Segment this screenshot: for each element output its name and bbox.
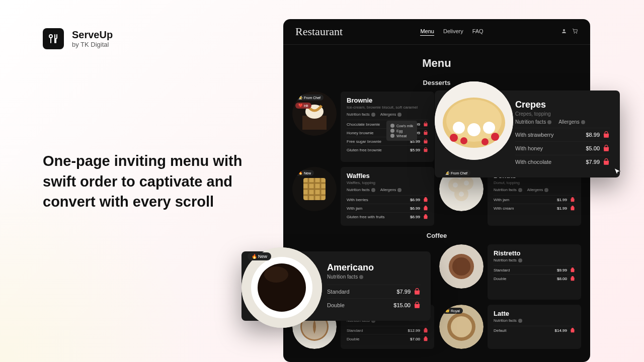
svg-point-24 bbox=[453, 122, 465, 134]
brownie-title: Brownie bbox=[347, 97, 428, 104]
svg-point-29 bbox=[491, 133, 499, 141]
svg-point-27 bbox=[450, 134, 458, 142]
info-icon bbox=[547, 120, 551, 124]
card-latte: 👑 Royal Latte Nutrition facts Default$14… bbox=[439, 305, 581, 349]
badge-new: 🔥 New bbox=[248, 252, 271, 260]
logo-area: ServeUp by TK Digital bbox=[43, 28, 113, 49]
hero-headline: One-page inviting menu with swift order … bbox=[43, 151, 259, 212]
bag-icon bbox=[423, 130, 428, 135]
crepes-image bbox=[435, 81, 513, 160]
opt-row[interactable]: Gluten free brownie$5.99 bbox=[347, 145, 428, 154]
svg-point-1 bbox=[563, 29, 565, 31]
badge-fromchef: 👨‍🍳 From Chef bbox=[295, 95, 324, 101]
app-name: ServeUp bbox=[72, 29, 113, 41]
svg-point-30 bbox=[481, 138, 489, 145]
cursor-icon bbox=[613, 167, 622, 176]
section-desserts: Desserts bbox=[283, 79, 590, 86]
svg-point-25 bbox=[467, 123, 480, 136]
bag-icon bbox=[414, 288, 421, 295]
opt-row[interactable]: Standard$7.99 bbox=[327, 285, 421, 298]
svg-point-28 bbox=[460, 137, 467, 144]
badge-new: 🔥 New bbox=[295, 170, 314, 176]
allergens-link[interactable]: Allergens bbox=[558, 119, 585, 125]
svg-point-2 bbox=[574, 33, 575, 34]
serveup-logo-icon bbox=[43, 28, 64, 49]
badge-royal: 👑 Royal bbox=[442, 308, 463, 314]
card-crepes-popout: Crepes Crepes, topping Nutrition facts A… bbox=[435, 90, 620, 177]
opt-row[interactable]: With chocolate$7.99 bbox=[515, 155, 610, 168]
svg-point-26 bbox=[483, 122, 495, 134]
nutrition-link[interactable]: Nutrition facts bbox=[515, 119, 551, 125]
by-line: by TK Digital bbox=[72, 41, 113, 48]
svg-point-18 bbox=[464, 180, 469, 186]
americano-title: Americano bbox=[327, 262, 421, 273]
card-waffles: 🔥 New Waffles Waffles, topping Nutrition… bbox=[292, 167, 434, 226]
info-icon bbox=[581, 120, 585, 124]
brownie-sub: Ice-cream, brownie biscuit, soft caramel bbox=[347, 105, 428, 110]
nav-faq[interactable]: FAQ bbox=[472, 28, 484, 36]
svg-point-16 bbox=[453, 183, 458, 188]
nutrition-link[interactable]: Nutrition facts bbox=[327, 274, 363, 280]
section-coffee: Coffee bbox=[283, 232, 590, 239]
opt-row[interactable]: With honey$5.00 bbox=[515, 141, 610, 155]
card-americano-popout: 🔥 New Americano Nutrition facts Standard… bbox=[242, 251, 431, 321]
waffles-image: 🔥 New bbox=[292, 167, 337, 211]
nutrition-link[interactable]: Nutrition facts bbox=[347, 112, 375, 117]
ristretto-image bbox=[439, 244, 484, 289]
brownie-image: 👨‍🍳 From Chef ❤️ Hit bbox=[292, 92, 337, 136]
allergens-tooltip: Cow's milk Egg Wheat bbox=[386, 121, 417, 141]
svg-point-3 bbox=[577, 33, 577, 34]
badge-hit: ❤️ Hit bbox=[295, 103, 311, 109]
opt-row[interactable]: Double$15.00 bbox=[327, 298, 421, 312]
latte-image: 👑 Royal bbox=[439, 305, 484, 349]
nav-menu[interactable]: Menu bbox=[420, 28, 434, 36]
crepes-title: Crepes bbox=[515, 100, 610, 110]
bag-icon bbox=[414, 302, 421, 309]
restaurant-brand: Restaurant bbox=[295, 25, 343, 38]
user-icon[interactable] bbox=[561, 28, 567, 35]
bag-icon bbox=[423, 147, 428, 152]
top-nav: Restaurant Menu Delivery FAQ bbox=[283, 19, 590, 45]
info-icon bbox=[359, 275, 363, 279]
bag-icon bbox=[603, 131, 610, 138]
cart-icon[interactable] bbox=[572, 28, 578, 35]
page-title: Menu bbox=[283, 57, 590, 70]
opt-row[interactable]: With strawberry$8.99 bbox=[515, 128, 610, 141]
waffles-title: Waffles bbox=[347, 172, 428, 179]
allergens-link[interactable]: Allergens bbox=[380, 112, 401, 117]
svg-point-20 bbox=[459, 192, 464, 197]
bag-icon bbox=[603, 145, 610, 152]
bag-icon bbox=[423, 139, 428, 144]
bag-icon bbox=[603, 158, 610, 165]
card-ristretto: Ristretto Nutrition facts Standard$9.99 … bbox=[439, 244, 581, 300]
nav-delivery[interactable]: Delivery bbox=[443, 28, 463, 36]
bag-icon bbox=[423, 122, 428, 127]
